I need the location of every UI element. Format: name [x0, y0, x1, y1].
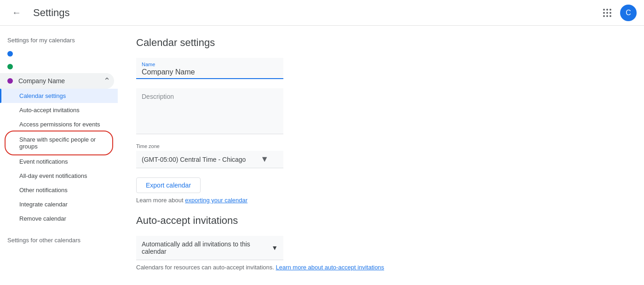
sidebar-item-allday-notifications[interactable]: All-day event notifications [0, 169, 118, 183]
auto-accept-value: Automatically add all invitations to thi… [142, 240, 271, 255]
chevron-up-icon: ⌃ [104, 76, 110, 86]
learn-more-text: Learn more about exporting your calendar [136, 197, 626, 204]
topbar-left: ← Settings [7, 4, 70, 22]
other-calendars-section: Settings for other calendars [0, 233, 118, 247]
sidebar-item-remove-calendar[interactable]: Remove calendar [0, 211, 118, 226]
main-content: Calendar settings Name Company Name Desc… [118, 26, 644, 285]
export-section: Export calendar Learn more about exporti… [136, 177, 626, 204]
company-calendar-label: Company Name [18, 77, 65, 85]
auto-accept-title: Auto-accept invitations [136, 215, 626, 227]
calendar-settings-title: Calendar settings [136, 37, 626, 49]
grid-dots-icon [603, 9, 611, 17]
topbar: ← Settings C [0, 0, 644, 26]
timezone-container: Time zone (GMT-05:00) Central Time - Chi… [136, 143, 283, 168]
exporting-calendar-link[interactable]: exporting your calendar [185, 197, 247, 204]
auto-accept-dropdown[interactable]: Automatically add all invitations to thi… [136, 236, 283, 260]
topbar-right: C [598, 4, 637, 22]
timezone-value: (GMT-05:00) Central Time - Chicago [142, 156, 246, 163]
name-value: Company Name [142, 68, 278, 76]
auto-accept-learn-more-link[interactable]: Learn more about auto-accept invitations [276, 264, 385, 271]
timezone-label: Time zone [136, 143, 283, 149]
sidebar-item-integrate-calendar[interactable]: Integrate calendar [0, 197, 118, 211]
sidebar-item-auto-accept[interactable]: Auto-accept invitations [0, 103, 118, 117]
my-calendars-label: Settings for my calendars [0, 33, 118, 47]
company-calendar-left: Company Name [7, 77, 65, 85]
layout: Settings for my calendars Company Name ⌃… [0, 26, 644, 285]
sidebar-sub-items: Calendar settings Auto-accept invitation… [0, 89, 118, 226]
purple-dot-icon [7, 78, 13, 84]
back-button[interactable]: ← [7, 4, 26, 22]
auto-accept-note: Calendars for resources can auto-accept … [136, 264, 626, 271]
name-label: Name [142, 62, 278, 67]
share-item-wrapper: Share with specific people or groups [0, 132, 118, 154]
name-field: Name Company Name [136, 58, 626, 79]
description-label: Description [142, 93, 174, 100]
blue-dot-icon [7, 51, 13, 57]
sidebar-item-blue-calendar[interactable] [0, 47, 118, 60]
sidebar: Settings for my calendars Company Name ⌃… [0, 26, 118, 285]
sidebar-item-event-notifications[interactable]: Event notifications [0, 154, 118, 169]
timezone-select[interactable]: (GMT-05:00) Central Time - Chicago ▼ [136, 151, 283, 168]
company-calendar-item[interactable]: Company Name ⌃ [0, 73, 114, 89]
sidebar-item-access-permissions[interactable]: Access permissions for events [0, 117, 118, 131]
sidebar-item-share-specific[interactable]: Share with specific people or groups [0, 132, 118, 154]
description-field-wrapper: Description [136, 88, 626, 134]
green-dot-icon [7, 64, 13, 69]
description-input[interactable]: Description [136, 88, 283, 134]
auto-accept-section: Auto-accept invitations Automatically ad… [136, 215, 626, 271]
other-calendars-label: Settings for other calendars [0, 233, 118, 247]
timezone-field: Time zone (GMT-05:00) Central Time - Chi… [136, 143, 626, 168]
sidebar-item-green-calendar[interactable] [0, 60, 118, 73]
sidebar-item-other-notifications[interactable]: Other notifications [0, 183, 118, 197]
page-title: Settings [33, 7, 70, 19]
dropdown-arrow-icon: ▼ [260, 154, 269, 164]
avatar[interactable]: C [620, 5, 637, 21]
auto-accept-dropdown-icon: ▼ [271, 244, 278, 251]
apps-grid-button[interactable] [598, 4, 616, 22]
export-calendar-button[interactable]: Export calendar [136, 177, 201, 193]
name-input-container[interactable]: Name Company Name [136, 58, 283, 79]
sidebar-item-calendar-settings[interactable]: Calendar settings [0, 89, 118, 103]
